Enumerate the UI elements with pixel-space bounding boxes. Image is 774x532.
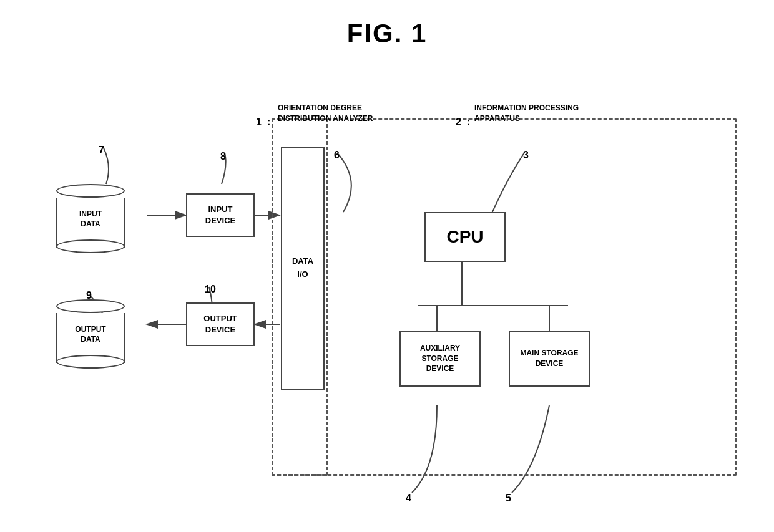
auxiliary-storage-box: AUXILIARYSTORAGEDEVICE (399, 331, 481, 387)
output-data-cylinder: OUTPUTDATA (56, 299, 125, 363)
cylinder-body-output: OUTPUTDATA (56, 313, 125, 363)
num-label-8: 8 (220, 151, 226, 162)
data-io-box: DATAI/O (281, 147, 325, 390)
cylinder-top-input (56, 184, 125, 198)
num-label-6: 6 (334, 150, 340, 161)
page-title: FIG. 1 (0, 0, 774, 49)
num-label-7: 7 (99, 145, 104, 156)
main-storage-box: MAIN STORAGEDEVICE (509, 331, 590, 387)
cylinder-top-output (56, 299, 125, 313)
colon-1: : (267, 117, 270, 128)
num-label-10: 10 (205, 284, 216, 295)
input-device-box: INPUTDEVICE (186, 193, 255, 237)
cpu-box: CPU (424, 212, 506, 262)
input-data-cylinder: INPUTDATA (56, 184, 125, 248)
analyzer-label: ORIENTATION DEGREEDISTRIBUTION ANALYZER (278, 103, 373, 124)
num-label-3: 3 (523, 150, 529, 161)
info-processing-apparatus-box (272, 118, 737, 476)
cylinder-body-input: INPUTDATA (56, 198, 125, 248)
num-label-4: 4 (406, 493, 411, 504)
output-device-box: OUTPUTDEVICE (186, 302, 255, 346)
num-label-1: 1 (256, 117, 262, 128)
info-processing-label: INFORMATION PROCESSINGAPPARATUS (474, 103, 579, 124)
num-label-2: 2 (456, 117, 461, 128)
colon-2: : (467, 117, 470, 128)
diagram-container: 1 : ORIENTATION DEGREEDISTRIBUTION ANALY… (37, 56, 737, 507)
num-label-5: 5 (506, 493, 511, 504)
